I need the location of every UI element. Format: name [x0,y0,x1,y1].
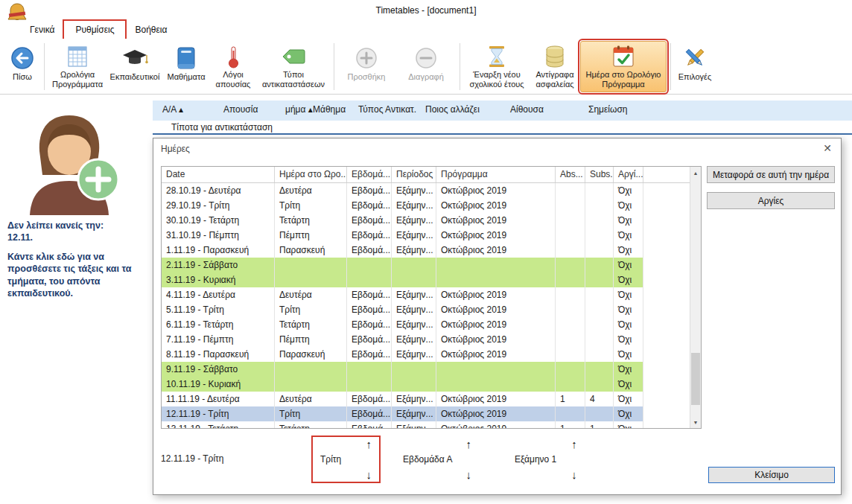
menu-bar: Γενικά Ρυθμίσεις Βοήθεια [0,20,852,39]
day-row[interactable]: 7.11.19 - ΠέμπτηΠέμπτηΕβδομά...Εξάμην...… [162,332,643,347]
day-cell: Εξάμην... [392,243,436,258]
bg-empty-row: Τίποτα για αντικατάσταση [153,121,852,133]
day-row[interactable]: 8.11.19 - ΠαρασκευήΠαρασκευήΕβδομά...Εξά… [162,347,643,362]
day-cell [556,213,585,228]
day-row[interactable]: 2.11.19 - ΣάββατοΌχι [162,258,643,272]
absent-teacher-avatar[interactable] [13,102,125,217]
day-cell: Οκτώβριος 2019 [436,421,556,428]
day-row[interactable]: 3.11.19 - ΚυριακήΌχι [162,272,643,287]
holidays-button[interactable]: Αργίες [707,192,835,209]
thermometer-icon [226,44,241,69]
day-cell [556,272,585,287]
toolbar-options-button[interactable]: Επιλογές [675,41,715,92]
bg-column-header[interactable]: Αίθουσα [510,104,544,115]
day-row[interactable]: 13.11.19 - ΤετάρτηΤετάρτηΕβδομά...Εξάμην… [162,421,643,428]
day-cell: Τετάρτη [275,317,347,332]
day-cell [556,362,585,377]
toolbar-label: Επιλογές [678,72,712,82]
day-cell: 9.11.19 - Σάββατο [162,362,275,377]
bg-column-header[interactable]: Σημείωση [588,104,627,115]
vertical-scrollbar[interactable]: ▲ ▼ [690,167,701,428]
column-header[interactable]: Περίοδος [392,167,436,182]
day-row[interactable]: 10.11.19 - ΚυριακήΌχι [162,377,643,392]
menu-item-general[interactable]: Γενικά [19,22,65,38]
day-row[interactable]: 28.10.19 - ΔευτέραΔευτέραΕβδομά...Εξάμην… [162,183,643,198]
bg-column-header[interactable]: Μάθημα [313,104,346,115]
week-spinner-up-icon[interactable]: ↑ [465,438,471,450]
toolbar-absence-reasons-button[interactable]: Λόγοι απουσίας [209,41,257,92]
day-row[interactable]: 9.11.19 - ΣάββατοΌχι [162,362,643,377]
bg-column-header[interactable]: μήμα ▴ [285,104,313,115]
day-cell [556,302,585,317]
toolbar-teachers-button[interactable]: Εκπαιδευτικοί [106,41,163,92]
toolbar-backups-button[interactable]: Αντίγραφα ασφαλείας [530,41,580,92]
day-cell [585,258,614,272]
bg-column-header[interactable]: Ποιος αλλάζει [425,104,480,115]
day-row[interactable]: 1.11.19 - ΠαρασκευήΠαρασκευήΕβδομά...Εξά… [162,243,643,258]
day-cell: Όχι [614,406,643,421]
close-button[interactable]: Κλείσιμο [708,467,835,483]
column-header[interactable]: Subs... [585,167,614,182]
toolbar-lessons-button[interactable]: Μαθήματα [163,41,209,92]
column-header[interactable]: Ημέρα στο Ωρο... [275,167,347,182]
day-row[interactable]: 31.10.19 - ΠέμπτηΠέμπτηΕβδομά...Εξάμην..… [162,228,643,243]
day-row[interactable]: 6.11.19 - ΤετάρτηΤετάρτηΕβδομά...Εξάμην.… [162,317,643,332]
day-cell: Εβδομά... [347,243,392,258]
dialog-close-icon[interactable]: ✕ [823,142,832,154]
day-cell [585,243,614,258]
day-row[interactable]: 12.11.19 - ΤρίτηΤρίτηΕβδομά...Εξάμην...Ο… [162,406,643,421]
column-header[interactable]: Πρόγραμμα [436,167,556,182]
toolbar-add-button[interactable]: Προσθήκη [344,41,389,92]
toolbar-timetables-button[interactable]: Ωρολόγια Προγράμματα [48,41,106,92]
bg-empty-text: Τίποτα για αντικατάσταση [171,122,273,133]
day-cell [556,406,585,421]
period-spinner-down-icon[interactable]: ↓ [571,469,577,480]
bg-column-header[interactable]: Τύπος Αντικατ. [358,104,416,115]
column-header[interactable]: Εβδομά... [347,167,392,182]
day-cell: 1 [556,421,585,428]
day-cell: 30.10.19 - Τετάρτη [162,213,275,228]
toolbar-back-button[interactable]: Πίσω [4,41,40,92]
sidebar-hint-text[interactable]: Κάντε κλικ εδώ για να προσθέσετε τις τάξ… [7,251,142,299]
toolbar-new-school-year-button[interactable]: Έναρξη νέου σχολικού έτους [464,41,530,92]
day-cell: Τρίτη [275,406,347,421]
day-cell: 4 [585,392,614,406]
bg-column-header[interactable]: Απουσία [223,104,258,115]
day-cell: Εβδομά... [347,287,392,302]
toolbar-day-schedule-button[interactable]: Ημέρα στο Ωρολόγιο Πρόγραμμα [580,41,667,92]
bg-column-header[interactable]: A/A ▴ [162,104,183,115]
menu-item-settings[interactable]: Ρυθμίσεις [65,22,124,38]
column-header[interactable]: Αργί... [614,167,643,182]
transfer-to-day-button[interactable]: Μεταφορά σε αυτή την ημέρα [707,166,835,183]
day-cell: Εξάμην... [392,198,436,213]
toolbar-delete-button[interactable]: Διαγραφή [404,41,448,92]
day-cell: Εβδομά... [347,392,392,406]
column-header[interactable]: Date [162,167,275,182]
day-cell [556,332,585,347]
day-cell: Όχι [614,347,643,362]
day-cell: Εξάμην... [392,332,436,347]
scrollbar-thumb[interactable] [691,353,700,405]
day-row[interactable]: 29.10.19 - ΤρίτηΤρίτηΕβδομά...Εξάμην...Ο… [162,198,643,213]
toolbar-substitution-types-button[interactable]: Τύποι αντικαταστάσεων [257,41,330,92]
week-spinner-down-icon[interactable]: ↓ [465,469,471,480]
day-row[interactable]: 11.11.19 - ΔευτέραΔευτέραΕβδομά...Εξάμην… [162,392,643,406]
day-cell: Εβδομά... [347,317,392,332]
day-row[interactable]: 5.11.19 - ΤρίτηΤρίτηΕβδομά...Εξάμην...Οκ… [162,302,643,317]
scroll-up-icon[interactable]: ▲ [690,167,701,179]
day-cell: Τρίτη [275,302,347,317]
day-row[interactable]: 4.11.19 - ΔευτέραΔευτέραΕβδομά...Εξάμην.… [162,287,643,302]
day-cell: Οκτώβριος 2019 [436,392,556,406]
day-cell: Εξάμην... [392,302,436,317]
day-spinner-up-icon[interactable]: ↑ [366,438,372,450]
day-spinner-down-icon[interactable]: ↓ [366,469,372,480]
graduation-cap-icon [121,44,148,71]
day-cell: Εξάμην... [392,183,436,198]
dialog-title: Ημέρες [161,144,190,154]
column-header[interactable]: Abs... [556,167,585,182]
period-spinner-up-icon[interactable]: ↑ [571,438,577,450]
scroll-down-icon[interactable]: ▼ [690,416,701,428]
day-cell [275,272,347,287]
day-row[interactable]: 30.10.19 - ΤετάρτηΤετάρτηΕβδομά...Εξάμην… [162,213,643,228]
menu-item-help[interactable]: Βοήθεια [124,22,177,38]
